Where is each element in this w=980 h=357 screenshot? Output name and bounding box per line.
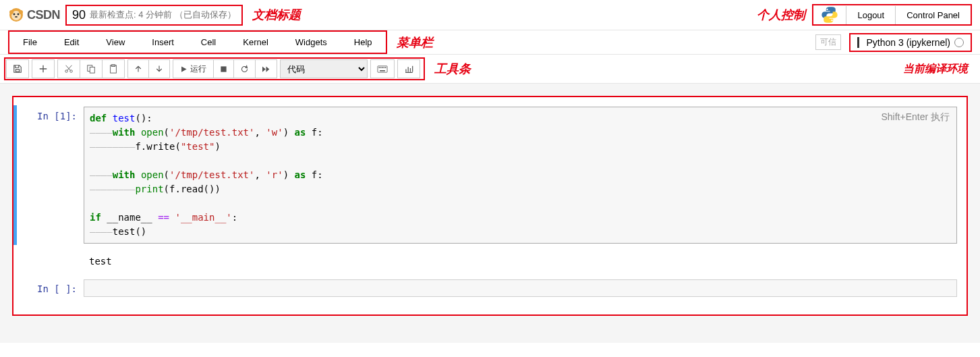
run-label: 运行 (190, 63, 206, 75)
svg-rect-21 (385, 67, 386, 68)
arrow-up-icon (134, 65, 142, 73)
play-icon (180, 65, 188, 73)
copy-icon (86, 64, 96, 74)
chart-icon (404, 65, 413, 74)
menubar: File Edit View Insert Cell Kernel Widget… (8, 30, 387, 54)
code-content: def test(): ————with open('/tmp/test.txt… (90, 111, 951, 239)
checkpoint-status: 最新检查点: 4 分钟前 （已自动保存） (90, 9, 236, 21)
python-icon[interactable] (813, 5, 846, 24)
svg-point-4 (15, 16, 18, 18)
logout-button[interactable]: Logout (846, 6, 895, 24)
menubar-row: File Edit View Insert Cell Kernel Widget… (0, 30, 980, 55)
main-content-box: 主内容区 In [1]: Shift+Enter 执行 def test(): … (12, 96, 968, 316)
toolbar: 运行 代码 工具条 当前编译环境 (0, 55, 980, 84)
cell-body[interactable]: Shift+Enter 执行 def test(): ————with open… (84, 107, 957, 244)
menu-kernel[interactable]: Kernel (229, 32, 282, 53)
cell-type-select[interactable]: 代码 (280, 59, 368, 78)
cell-prompt: In [ ]: (23, 279, 84, 297)
save-button[interactable] (6, 59, 29, 78)
annotation-env: 当前编译环境 (903, 62, 968, 76)
restart-icon (240, 65, 249, 74)
svg-point-6 (19, 10, 23, 14)
svg-rect-15 (221, 66, 226, 72)
svg-rect-16 (378, 65, 387, 72)
annotation-menubar: 菜单栏 (397, 34, 433, 51)
chart-button[interactable] (397, 59, 420, 78)
execute-hint: Shift+Enter 执行 (881, 110, 950, 124)
svg-rect-12 (90, 67, 94, 73)
output-cell: test (13, 249, 967, 274)
stop-button[interactable] (213, 59, 234, 78)
login-area: Logout Control Panel (812, 4, 972, 26)
menu-widgets[interactable]: Widgets (282, 32, 341, 53)
copy-button[interactable] (80, 59, 103, 78)
move-up-button[interactable] (127, 59, 149, 78)
paste-button[interactable] (102, 59, 125, 78)
svg-point-3 (18, 13, 20, 16)
cut-button[interactable] (57, 59, 80, 78)
menu-file[interactable]: File (9, 32, 51, 53)
trusted-indicator[interactable]: 可信 (815, 34, 841, 50)
svg-point-8 (832, 20, 833, 21)
menu-help[interactable]: Help (341, 32, 386, 53)
toolbar-box: 运行 代码 (4, 57, 425, 80)
svg-rect-22 (380, 70, 385, 72)
annotation-login: 个人控制 (757, 7, 805, 23)
output-text: test (89, 254, 952, 269)
paste-icon (109, 64, 118, 74)
header: CSDN 90 最新检查点: 4 分钟前 （已自动保存） 文档标题 个人控制 L… (0, 0, 980, 30)
stop-icon (220, 65, 227, 73)
save-icon (13, 64, 22, 74)
monkey-icon (8, 7, 24, 23)
scissors-icon (64, 64, 74, 74)
control-panel-button[interactable]: Control Panel (895, 6, 971, 24)
logo-text: CSDN (27, 8, 60, 22)
cell-body-empty[interactable] (84, 279, 957, 297)
svg-point-5 (9, 10, 13, 14)
menu-edit[interactable]: Edit (51, 32, 92, 53)
fast-forward-icon (262, 65, 270, 73)
svg-rect-18 (380, 67, 382, 68)
svg-rect-20 (384, 67, 385, 68)
menu-insert[interactable]: Insert (138, 32, 188, 53)
code-cell-1[interactable]: In [1]: Shift+Enter 执行 def test(): ————w… (13, 105, 967, 245)
menu-cell[interactable]: Cell (188, 32, 229, 53)
command-palette-button[interactable] (370, 59, 395, 78)
move-down-button[interactable] (148, 59, 170, 78)
svg-rect-19 (382, 67, 383, 68)
logo[interactable]: CSDN (8, 7, 60, 23)
svg-point-7 (827, 9, 828, 10)
annotation-title: 文档标题 (252, 7, 301, 23)
title-number: 90 (72, 8, 86, 22)
kernel-name: Python 3 (ipykernel) (866, 37, 950, 48)
output-body: test (84, 250, 957, 273)
menu-view[interactable]: View (92, 32, 138, 53)
output-prompt (23, 250, 84, 273)
cell-prompt: In [1]: (23, 107, 84, 244)
svg-rect-17 (379, 67, 380, 68)
restart-button[interactable] (233, 59, 256, 78)
run-button[interactable]: 运行 (173, 59, 214, 78)
svg-point-2 (13, 13, 16, 16)
code-cell-2[interactable]: In [ ]: (13, 278, 967, 298)
run-all-button[interactable] (255, 59, 277, 78)
kernel-indicator[interactable]: Python 3 (ipykernel) (849, 33, 972, 52)
notebook-title[interactable]: 90 最新检查点: 4 分钟前 （已自动保存） (65, 5, 243, 26)
plus-icon (38, 64, 48, 74)
notebook-container: 主内容区 In [1]: Shift+Enter 执行 def test(): … (0, 84, 980, 343)
kernel-status-icon (954, 38, 964, 47)
arrow-down-icon (155, 65, 163, 73)
add-cell-button[interactable] (32, 59, 55, 78)
keyboard-icon (377, 65, 388, 73)
annotation-toolbar: 工具条 (434, 61, 471, 77)
